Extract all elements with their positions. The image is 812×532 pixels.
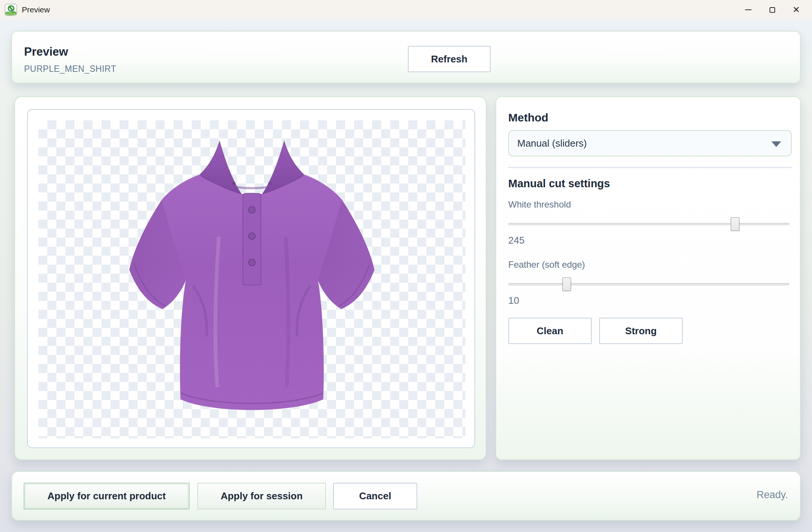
manual-cut-heading: Manual cut settings [508, 177, 610, 190]
minimize-button[interactable] [736, 0, 760, 20]
clean-preset-button[interactable]: Clean [508, 318, 592, 344]
product-name: PURPLE_MEN_SHIRT [24, 64, 116, 74]
close-icon: ✕ [792, 5, 800, 14]
preview-card [14, 96, 486, 460]
page-title: Preview [24, 45, 68, 59]
close-button[interactable]: ✕ [784, 0, 808, 20]
minimize-icon [745, 9, 751, 10]
transparency-checkerboard [38, 120, 465, 438]
cancel-button[interactable]: Cancel [333, 483, 417, 509]
feather-label: Feather (soft edge) [508, 259, 585, 270]
white-threshold-label: White threshold [508, 199, 571, 210]
window-controls: ✕ [736, 0, 808, 20]
header-card: Preview PURPLE_MEN_SHIRT Refresh [11, 31, 801, 83]
strong-preset-button[interactable]: Strong [599, 318, 683, 344]
status-text: Ready. [756, 489, 788, 501]
slider-handle[interactable] [562, 277, 571, 291]
image-frame [27, 109, 475, 448]
shirt-image [124, 139, 380, 423]
feather-slider[interactable] [508, 277, 789, 292]
feather-value: 10 [508, 295, 519, 306]
method-select[interactable]: Manual (sliders) [508, 130, 792, 156]
maximize-icon [770, 7, 775, 13]
section-divider [508, 167, 792, 168]
apply-session-button[interactable]: Apply for session [197, 483, 326, 509]
settings-panel: Method Manual (sliders) Manual cut setti… [495, 96, 801, 460]
window-title: Preview [22, 5, 50, 14]
method-heading: Method [508, 111, 548, 124]
maximize-button[interactable] [760, 0, 784, 20]
white-threshold-value: 245 [508, 235, 524, 246]
method-selected-value: Manual (sliders) [517, 138, 587, 149]
app-window: Preview ✕ Preview PURPLE_MEN_SHIRT Refre… [0, 0, 812, 532]
app-logo-icon [5, 3, 17, 16]
white-threshold-slider[interactable] [508, 217, 789, 232]
footer-bar: Apply for current product Apply for sess… [11, 471, 801, 521]
slider-track[interactable] [508, 223, 789, 225]
slider-track[interactable] [508, 283, 789, 285]
slider-handle[interactable] [731, 217, 739, 231]
title-bar: Preview ✕ [0, 0, 812, 20]
refresh-button[interactable]: Refresh [408, 46, 491, 72]
chevron-down-icon [771, 141, 781, 147]
apply-current-product-button[interactable]: Apply for current product [24, 483, 189, 509]
